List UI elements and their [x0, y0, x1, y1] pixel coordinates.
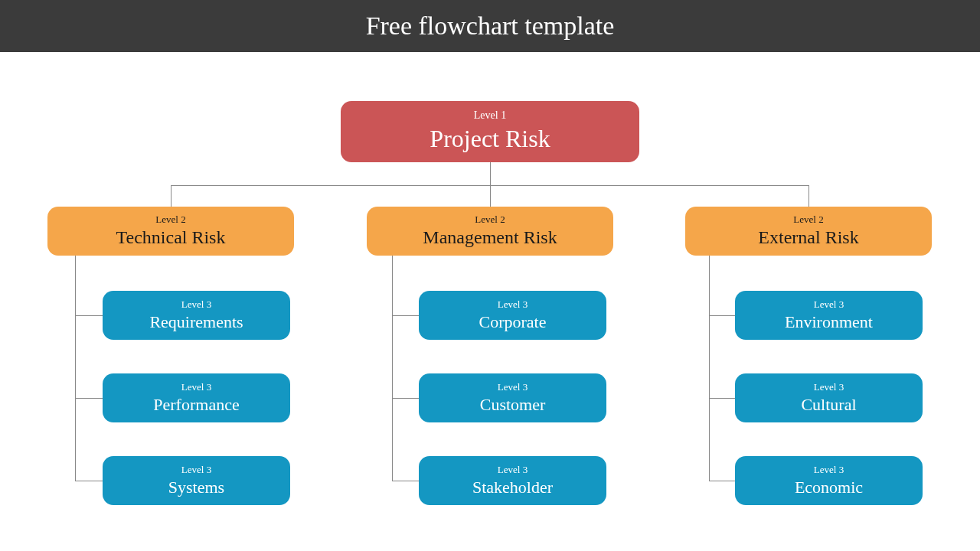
connector	[709, 315, 737, 316]
node-title: Requirements	[149, 312, 243, 332]
page-header: Free flowchart template	[0, 0, 980, 52]
node-level-label: Level 2	[155, 214, 185, 226]
node-stakeholder: Level 3 Stakeholder	[419, 456, 606, 505]
page-title: Free flowchart template	[366, 11, 615, 41]
node-title: Environment	[785, 312, 873, 332]
connector	[709, 398, 737, 399]
node-title: Corporate	[479, 312, 547, 332]
node-title: Economic	[795, 478, 863, 497]
node-title: Performance	[153, 395, 239, 415]
node-level-label: Level 3	[181, 381, 211, 393]
node-title: Cultural	[801, 395, 856, 415]
node-level-label: Level 3	[814, 298, 844, 311]
node-cultural: Level 3 Cultural	[735, 373, 923, 422]
connector	[490, 162, 491, 185]
node-external-risk: Level 2 External Risk	[685, 207, 932, 256]
node-level-label: Level 3	[498, 381, 528, 393]
node-title: External Risk	[758, 227, 858, 249]
node-level-label: Level 3	[498, 298, 528, 311]
connector	[75, 398, 103, 399]
node-level-label: Level 3	[814, 381, 844, 393]
node-level-label: Level 3	[814, 464, 844, 476]
node-level-label: Level 2	[793, 214, 823, 226]
node-title: Technical Risk	[116, 227, 226, 249]
node-management-risk: Level 2 Management Risk	[367, 207, 613, 256]
connector	[392, 398, 420, 399]
node-systems: Level 3 Systems	[103, 456, 290, 505]
connector	[490, 185, 491, 207]
node-environment: Level 3 Environment	[735, 291, 923, 340]
connector	[392, 256, 393, 481]
connector	[75, 256, 76, 481]
node-level-label: Level 3	[498, 464, 528, 476]
connector	[75, 481, 103, 481]
node-level-label: Level 2	[475, 214, 505, 226]
node-title: Management Risk	[423, 227, 557, 249]
connector	[709, 256, 710, 481]
connector	[171, 185, 172, 207]
node-technical-risk: Level 2 Technical Risk	[47, 207, 294, 256]
node-customer: Level 3 Customer	[419, 373, 606, 422]
connector	[75, 315, 103, 316]
node-level-label: Level 1	[474, 109, 506, 122]
connector	[392, 481, 420, 481]
node-corporate: Level 3 Corporate	[419, 291, 606, 340]
node-economic: Level 3 Economic	[735, 456, 923, 505]
flowchart-canvas: Level 1 Project Risk Level 2 Technical R…	[0, 52, 980, 551]
node-level-label: Level 3	[181, 464, 211, 476]
node-title: Systems	[168, 478, 224, 497]
node-title: Project Risk	[430, 124, 550, 153]
connector	[709, 481, 737, 481]
node-level-label: Level 3	[181, 298, 211, 311]
connector	[808, 185, 809, 207]
connector	[392, 315, 420, 316]
node-title: Customer	[480, 395, 546, 415]
node-requirements: Level 3 Requirements	[103, 291, 290, 340]
node-title: Stakeholder	[472, 478, 553, 497]
node-performance: Level 3 Performance	[103, 373, 290, 422]
node-root: Level 1 Project Risk	[341, 101, 639, 162]
